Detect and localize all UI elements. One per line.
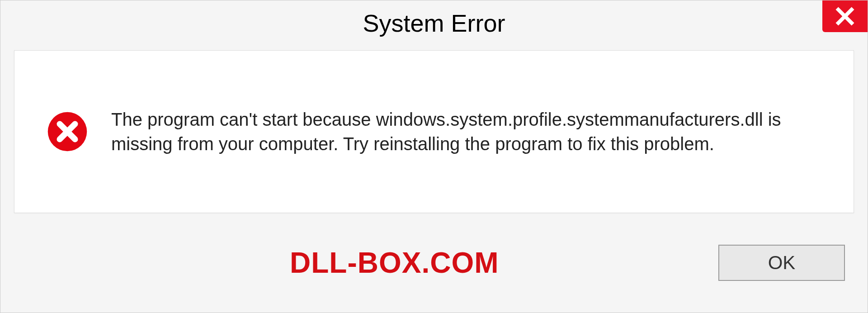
error-message: The program can't start because windows.… <box>111 107 831 156</box>
dialog-footer: DLL-BOX.COM OK <box>0 213 868 313</box>
ok-button[interactable]: OK <box>718 245 845 281</box>
close-icon <box>835 6 855 26</box>
error-icon <box>46 110 89 153</box>
close-button[interactable] <box>822 0 868 32</box>
watermark-text: DLL-BOX.COM <box>290 246 499 280</box>
titlebar: System Error <box>0 0 868 46</box>
ok-button-label: OK <box>768 252 796 274</box>
content-panel: The program can't start because windows.… <box>14 50 854 213</box>
dialog-title: System Error <box>363 9 505 37</box>
error-dialog: System Error The program can't start bec… <box>0 0 868 313</box>
